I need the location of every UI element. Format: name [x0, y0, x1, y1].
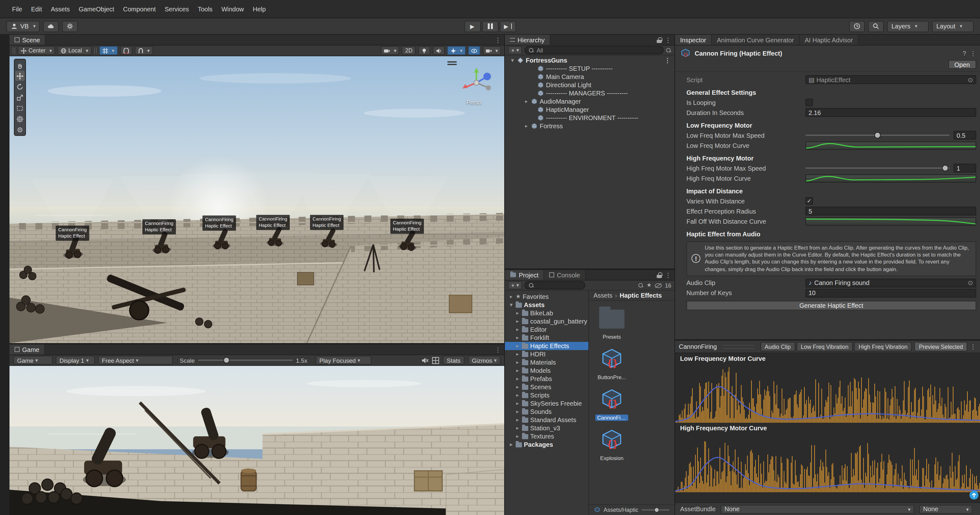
folder-row[interactable]: ▸ coastal_gun_battery: [505, 317, 589, 325]
effects-dropdown[interactable]: [447, 46, 466, 55]
project-asset[interactable]: {} Explosion: [595, 427, 628, 461]
hierarchy-item[interactable]: HapticManager: [505, 106, 675, 114]
menu-item[interactable]: Tools: [193, 5, 217, 12]
inspector-tab[interactable]: Animation Curve Generator: [712, 35, 799, 45]
scale-tool[interactable]: [15, 92, 25, 102]
breadcrumb-root[interactable]: Assets: [593, 292, 612, 299]
is-looping-checkbox[interactable]: [805, 98, 813, 106]
folder-row[interactable]: ▸ Scenes: [505, 383, 589, 391]
assetbundle-dropdown[interactable]: None: [721, 505, 914, 513]
hierarchy-scene-row[interactable]: ▾ FortressGuns: [505, 56, 675, 65]
scene-menu-kebab-icon[interactable]: [495, 36, 501, 44]
gizmo-perspective-label[interactable]: Persp: [457, 99, 490, 106]
folder-row[interactable]: ▸ Prefabs: [505, 375, 589, 383]
hidden-items-icon[interactable]: [655, 283, 662, 288]
tab-game[interactable]: Game: [10, 344, 45, 355]
high-speed-field[interactable]: 1: [953, 164, 976, 173]
open-button[interactable]: Open: [948, 60, 976, 69]
settings-button[interactable]: [62, 21, 78, 32]
search-options-icon[interactable]: [666, 48, 671, 53]
packages-row[interactable]: ▸ Packages: [505, 441, 589, 448]
hierarchy-item[interactable]: Fortress: [505, 122, 675, 130]
folder-row[interactable]: ▸ Station_v3: [505, 424, 589, 432]
help-icon[interactable]: ?: [963, 50, 966, 57]
varies-distance-checkbox[interactable]: ✓: [805, 197, 813, 205]
search-button[interactable]: [868, 21, 884, 32]
display-dropdown[interactable]: Display 1: [56, 356, 95, 364]
breadcrumb-current[interactable]: Haptic Effects: [620, 292, 662, 299]
project-asset[interactable]: {} CannonFiri...: [595, 387, 628, 421]
audio-toggle[interactable]: [433, 46, 445, 55]
game-menu-kebab-icon[interactable]: [495, 346, 501, 353]
menu-item[interactable]: Services: [160, 5, 193, 12]
drag-grip[interactable]: [94, 48, 97, 54]
folder-row[interactable]: ▸ Haptic Effects: [505, 342, 589, 350]
scene-kebab-icon[interactable]: [664, 57, 671, 64]
transform-tool[interactable]: [15, 114, 25, 124]
number-of-keys-field[interactable]: 10: [805, 289, 976, 298]
hierarchy-item[interactable]: ---------- ENVIRONMENT ----------: [505, 114, 675, 122]
high-freq-curve-field[interactable]: [805, 174, 976, 182]
preview-mode-tab[interactable]: Audio Clip: [760, 342, 795, 351]
grid-snapping-toggle[interactable]: [99, 46, 117, 55]
preview-mode-tab[interactable]: Low Freq Vibration: [796, 342, 853, 351]
scene-overlay-handle[interactable]: [447, 60, 457, 67]
tab-project[interactable]: Project: [505, 270, 544, 280]
project-menu-kebab-icon[interactable]: [665, 272, 671, 279]
perception-radius-field[interactable]: 5: [805, 207, 976, 216]
folder-row[interactable]: ▸ Scripts: [505, 391, 589, 399]
icon-size-slider[interactable]: [641, 509, 669, 510]
generate-haptic-effect-button[interactable]: Generate Haptic Effect: [686, 301, 976, 310]
assets-root-row[interactable]: ▾ Assets: [505, 301, 589, 309]
menu-item[interactable]: GameObject: [74, 5, 119, 12]
icon-size-knob[interactable]: [654, 507, 659, 512]
mute-icon[interactable]: [422, 357, 428, 364]
game-viewport[interactable]: [10, 366, 504, 515]
tool-handle-pivot-dropdown[interactable]: Center: [18, 46, 55, 55]
search-by-type-icon[interactable]: [638, 283, 643, 288]
version-control-button[interactable]: [849, 21, 865, 32]
account-button[interactable]: VB: [6, 21, 40, 32]
2d-toggle[interactable]: 2D: [402, 46, 416, 55]
project-asset[interactable]: {} ButtonPre...: [595, 346, 628, 380]
lock-icon[interactable]: [657, 273, 662, 278]
project-search-input[interactable]: [525, 281, 585, 289]
folder-row[interactable]: ▸ Standard Assets: [505, 416, 589, 424]
object-picker-icon[interactable]: ⊙: [968, 76, 973, 83]
falloff-curve-field[interactable]: [805, 217, 976, 225]
stats-toggle[interactable]: Stats: [443, 356, 464, 364]
inspector-tab[interactable]: AI Haptic Advisor: [800, 35, 859, 45]
scale-slider[interactable]: [198, 360, 293, 361]
folder-row[interactable]: ▸ Forklift: [505, 334, 589, 342]
magnet-snap-dropdown[interactable]: [134, 46, 153, 55]
cloud-button[interactable]: [43, 21, 59, 32]
hierarchy-item[interactable]: ---------- SETUP ----------: [505, 65, 675, 73]
favorites-star-icon[interactable]: ★: [647, 282, 652, 288]
move-tool[interactable]: [15, 71, 25, 81]
hierarchy-item[interactable]: Directional Light: [505, 81, 675, 89]
low-speed-knob[interactable]: [874, 132, 881, 138]
assetbundle-variant-dropdown[interactable]: None: [919, 505, 972, 513]
camera-preview-dropdown[interactable]: [483, 46, 501, 55]
scale-slider-knob[interactable]: [223, 357, 230, 363]
drag-grip[interactable]: [723, 345, 754, 349]
menu-item[interactable]: Edit: [27, 5, 46, 12]
inspector-kebab-icon[interactable]: [970, 50, 976, 57]
preview-mode-tab[interactable]: High Freq Vibration: [854, 342, 912, 351]
duration-field[interactable]: 2.16: [805, 108, 976, 117]
create-object-button[interactable]: +: [508, 46, 522, 54]
hierarchy-search-input[interactable]: All: [525, 46, 663, 54]
tab-scene[interactable]: Scene: [10, 35, 46, 45]
rect-tool[interactable]: [15, 103, 25, 113]
inspector-tab[interactable]: Inspector: [675, 35, 712, 45]
lock-icon[interactable]: [657, 37, 662, 43]
folder-row[interactable]: ▸ HDRI: [505, 350, 589, 358]
object-picker-icon[interactable]: ⊙: [968, 280, 973, 287]
layout-dropdown[interactable]: Layout: [932, 21, 974, 32]
gizmos-dropdown[interactable]: Gizmos: [468, 356, 500, 364]
low-speed-field[interactable]: 0.5: [953, 131, 976, 139]
expand-arrow-icon[interactable]: ▾: [510, 57, 515, 63]
pause-button[interactable]: [482, 21, 498, 32]
folder-row[interactable]: ▸ Editor: [505, 325, 589, 334]
script-field[interactable]: ▤ HapticEffect ⊙: [805, 75, 976, 84]
